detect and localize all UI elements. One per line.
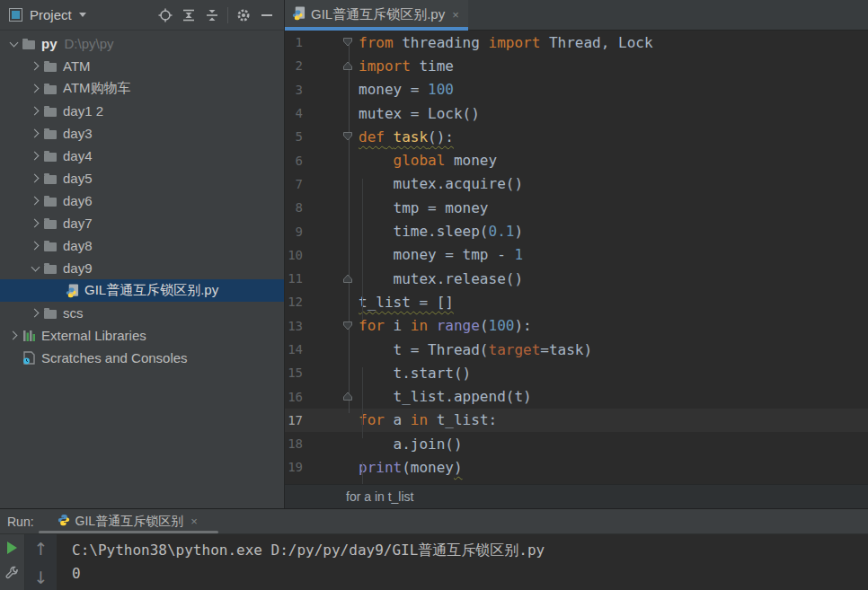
- chevron-collapsed-icon[interactable]: [27, 310, 43, 316]
- tree-row-Scratches and Consoles[interactable]: Scratches and Consoles: [0, 347, 284, 369]
- prev-occurrence-arrow-icon[interactable]: ↑: [34, 539, 49, 559]
- close-icon[interactable]: ×: [452, 8, 459, 22]
- project-tool-window-icon[interactable]: [9, 8, 22, 22]
- code-line-8[interactable]: 8 tmp = money: [285, 196, 868, 219]
- fold-marker-up-icon[interactable]: [310, 384, 359, 408]
- token-kw: in: [411, 411, 428, 428]
- chevron-collapsed-icon[interactable]: [27, 175, 43, 181]
- chevron-collapsed-icon[interactable]: [27, 220, 43, 226]
- code-line-11[interactable]: 11 mutex.release(): [285, 267, 868, 290]
- chevron-expanded-icon[interactable]: [5, 42, 22, 46]
- tree-row-GIL普通互斥锁区别.py[interactable]: GIL普通互斥锁区别.py: [0, 279, 284, 302]
- settings-wrench-icon[interactable]: [5, 566, 19, 582]
- code-line-18[interactable]: 18 a.join(): [285, 432, 868, 455]
- fold-marker-down-icon[interactable]: [310, 314, 359, 338]
- fold-marker-up-icon[interactable]: [310, 54, 359, 77]
- gutter-fold-column: [310, 101, 359, 125]
- project-panel-title[interactable]: Project: [30, 7, 72, 22]
- code-line-14[interactable]: 14 t = Thread(target=task): [285, 338, 868, 361]
- tree-row-ATM购物车[interactable]: ATM购物车: [0, 77, 284, 100]
- gutter-fold-column: [310, 290, 359, 313]
- token-fn: task: [394, 128, 429, 145]
- close-icon[interactable]: ×: [190, 515, 198, 528]
- gutter-fold-column: [310, 172, 359, 196]
- chevron-collapsed-icon[interactable]: [27, 63, 43, 69]
- tree-item-label: day5: [63, 171, 93, 186]
- token-plain: tmp = money: [359, 199, 489, 216]
- code-line-15[interactable]: 15 t.start(): [285, 361, 868, 384]
- folder-icon: [22, 37, 36, 51]
- code-line-16[interactable]: 16 t_list.append(t): [285, 384, 868, 408]
- tree-row-day4[interactable]: day4: [0, 145, 284, 167]
- code-line-4[interactable]: 4mutex = Lock(): [285, 101, 868, 125]
- token-plain: t_list.append(t): [359, 388, 532, 405]
- tree-item-label: ATM购物车: [63, 80, 131, 97]
- tree-row-py[interactable]: pyD:\py\py: [0, 32, 284, 55]
- line-number: 3: [285, 83, 310, 97]
- gutter-fold-column: [310, 432, 359, 455]
- context-line-text: for a in t_list: [346, 489, 413, 504]
- chevron-collapsed-icon[interactable]: [27, 153, 43, 159]
- code-editor[interactable]: 1from threading import Thread, Lock2impo…: [285, 31, 868, 485]
- tree-row-External Libraries[interactable]: External Libraries: [0, 324, 284, 347]
- chevron-collapsed-icon[interactable]: [27, 85, 43, 92]
- tree-row-day8[interactable]: day8: [0, 234, 284, 257]
- tree-item-label: day4: [63, 148, 93, 163]
- code-line-19[interactable]: 19print(money): [285, 455, 868, 479]
- folder-icon: [43, 59, 58, 74]
- tree-row-scs[interactable]: scs: [0, 302, 284, 324]
- settings-gear-icon[interactable]: [232, 5, 255, 25]
- folder-icon: [43, 104, 58, 119]
- fold-marker-down-icon[interactable]: [310, 31, 359, 54]
- code-line-1[interactable]: 1from threading import Thread, Lock: [285, 31, 868, 54]
- chevron-collapsed-icon[interactable]: [27, 108, 43, 114]
- line-number: 8: [285, 200, 310, 215]
- tree-row-day3[interactable]: day3: [0, 122, 284, 145]
- hide-panel-icon[interactable]: [255, 5, 279, 25]
- line-number: 9: [285, 225, 310, 239]
- next-occurrence-arrow-icon[interactable]: ↓: [34, 568, 49, 587]
- chevron-down-icon[interactable]: [79, 13, 86, 17]
- code-line-12[interactable]: 12t_list = []: [285, 290, 868, 313]
- chevron-expanded-icon[interactable]: [27, 267, 43, 270]
- chevron-collapsed-icon[interactable]: [27, 242, 43, 249]
- code-text: time.sleep(0.1): [359, 223, 523, 240]
- chevron-collapsed-icon[interactable]: [27, 130, 43, 136]
- tree-row-ATM[interactable]: ATM: [0, 55, 284, 77]
- code-line-17[interactable]: 17for a in t_list:: [285, 409, 868, 432]
- code-line-13[interactable]: 13for i in range(100):: [285, 314, 868, 338]
- code-line-9[interactable]: 9 time.sleep(0.1): [285, 219, 868, 242]
- code-line-2[interactable]: 2import time: [285, 54, 868, 77]
- code-text: a.join(): [359, 436, 463, 453]
- run-tab[interactable]: GIL普通互斥锁区别 ×: [58, 514, 198, 530]
- fold-marker-up-icon[interactable]: [310, 267, 359, 290]
- tree-row-day5[interactable]: day5: [0, 167, 284, 189]
- code-line-6[interactable]: 6 global money: [285, 148, 868, 172]
- rerun-button[interactable]: [7, 542, 17, 554]
- code-line-3[interactable]: 3money = 100: [285, 78, 868, 101]
- code-text: mutex.acquire(): [359, 175, 523, 192]
- editor-tab-active[interactable]: GIL普通互斥锁区别.py ×: [285, 0, 468, 30]
- chevron-collapsed-icon[interactable]: [27, 198, 43, 204]
- line-number: 10: [285, 248, 310, 262]
- tree-row-day7[interactable]: day7: [0, 212, 284, 234]
- locate-icon[interactable]: [154, 5, 177, 25]
- run-toolbar: [0, 534, 25, 590]
- fold-marker-down-icon[interactable]: [310, 125, 359, 148]
- code-line-5[interactable]: 5def task():: [285, 125, 868, 148]
- token-plain: (: [480, 317, 489, 334]
- tree-row-day6[interactable]: day6: [0, 189, 284, 212]
- python-file-icon: [292, 6, 306, 23]
- tree-item-label: Scratches and Consoles: [41, 350, 188, 365]
- line-number: 14: [285, 342, 310, 357]
- code-line-10[interactable]: 10 money = tmp - 1: [285, 243, 868, 267]
- token-plain: Thread, Lock: [540, 34, 652, 51]
- expand-all-icon[interactable]: [177, 5, 200, 25]
- folder-icon: [43, 239, 58, 253]
- run-console-output[interactable]: C:\Python38\python.exe D:/py/py/day9/GIL…: [57, 534, 868, 590]
- tree-row-day9[interactable]: day9: [0, 257, 284, 279]
- chevron-collapsed-icon[interactable]: [5, 332, 22, 339]
- code-line-7[interactable]: 7 mutex.acquire(): [285, 172, 868, 196]
- tree-row-day1 2[interactable]: day1 2: [0, 100, 284, 122]
- collapse-all-icon[interactable]: [200, 5, 224, 25]
